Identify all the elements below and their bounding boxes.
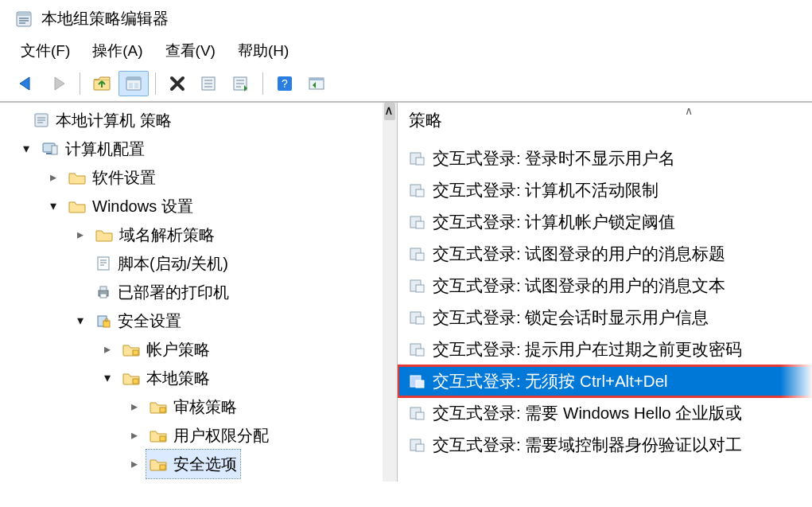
tree-local-policy[interactable]: 本地策略 [0, 364, 397, 392]
tree-security-settings[interactable]: 安全设置 [0, 306, 397, 335]
tree-pane: 本地计算机 策略 计算机配置 [0, 103, 398, 482]
menubar: 文件(F) 操作(A) 查看(V) 帮助(H) [0, 36, 812, 69]
chevron-right-icon[interactable] [100, 335, 115, 364]
policy-setting-icon [409, 405, 425, 421]
policy-item[interactable]: 交互式登录: 登录时不显示用户名 [398, 142, 812, 174]
svg-rect-17 [98, 257, 109, 270]
svg-rect-26 [160, 408, 165, 412]
policy-item[interactable]: 交互式登录: 锁定会话时显示用户信息 [398, 302, 812, 333]
folder-lock-icon [150, 400, 167, 414]
tree-security-options[interactable]: 安全选项 [0, 450, 397, 478]
tree-label: 本地策略 [146, 364, 210, 392]
tree-label: 安全选项 [173, 450, 237, 478]
menu-action[interactable]: 操作(A) [92, 41, 142, 61]
policy-item-label: 交互式登录: 登录时不显示用户名 [433, 147, 675, 170]
toolbar-separator-2 [155, 72, 156, 95]
properties-button[interactable] [118, 71, 149, 96]
help-button[interactable]: ? [270, 71, 300, 96]
back-button[interactable] [11, 71, 41, 96]
policy-item[interactable]: 交互式登录: 计算机不活动限制 [398, 174, 812, 206]
policy-item[interactable]: 交互式登录: 需要 Windows Hello 企业版或 [398, 397, 812, 429]
tree-root-label: 本地计算机 策略 [56, 106, 172, 135]
refresh-button[interactable] [226, 71, 256, 96]
chevron-right-icon[interactable] [127, 421, 142, 450]
tree-label: 软件设置 [92, 163, 156, 192]
tree-printers[interactable]: 已部署的打印机 [0, 278, 397, 306]
tree-label: 安全设置 [118, 306, 181, 335]
folder-up-button[interactable] [87, 71, 117, 96]
tree-windows-settings[interactable]: Windows 设置 [0, 192, 397, 220]
show-pane-button[interactable] [301, 71, 332, 96]
titlebar: 本地组策略编辑器 [0, 0, 812, 36]
policy-item-label: 交互式登录: 试图登录的用户的消息标题 [433, 243, 725, 265]
chevron-down-icon[interactable] [19, 135, 33, 163]
policy-item[interactable]: 交互式登录: 试图登录的用户的消息文本 [398, 270, 812, 302]
svg-rect-40 [416, 317, 424, 324]
folder-lock-icon [150, 457, 167, 471]
policy-item-label: 交互式登录: 需要 Windows Hello 企业版或 [433, 402, 742, 424]
chevron-right-icon[interactable] [46, 163, 60, 192]
policy-item-label: 交互式登录: 提示用户在过期之前更改密码 [433, 338, 742, 361]
export-list-button[interactable] [194, 71, 224, 96]
tree-label: Windows 设置 [92, 192, 193, 220]
tree-root[interactable]: 本地计算机 策略 [0, 106, 397, 135]
tree-computer-config[interactable]: 计算机配置 [0, 135, 397, 163]
chevron-right-icon[interactable] [127, 450, 142, 478]
folder-lock-icon [150, 428, 167, 443]
svg-rect-27 [160, 436, 165, 441]
delete-button[interactable] [162, 71, 192, 96]
chevron-right-icon[interactable] [73, 220, 87, 249]
policy-column-header[interactable]: 策略 [398, 103, 812, 142]
folder-icon [68, 170, 86, 185]
forward-button[interactable] [43, 71, 73, 96]
policy-setting-icon [409, 373, 425, 389]
policy-item[interactable]: 交互式登录: 试图登录的用户的消息标题 [398, 238, 812, 270]
policy-item[interactable]: 交互式登录: 无须按 Ctrl+Alt+Del [398, 365, 812, 397]
toolbar-separator [80, 72, 80, 95]
policy-item-label: 交互式登录: 计算机不活动限制 [433, 179, 659, 201]
chevron-down-icon[interactable] [73, 306, 87, 335]
menu-file[interactable]: 文件(F) [21, 41, 70, 61]
scrollbar[interactable]: ∧ [383, 103, 397, 482]
tree-audit-policy[interactable]: 审核策略 [0, 392, 397, 421]
policy-setting-icon [409, 278, 425, 294]
tree-dns-policy[interactable]: 域名解析策略 [0, 220, 397, 249]
chevron-down-icon[interactable] [100, 364, 115, 392]
svg-rect-34 [416, 221, 424, 228]
scrollbar-thumb[interactable]: ∧ [384, 103, 395, 120]
console-root-icon [33, 112, 49, 128]
tree-account-policy[interactable]: 帐户策略 [0, 335, 397, 364]
folder-lock-icon [122, 371, 140, 385]
tree-user-rights[interactable]: 用户权限分配 [0, 421, 397, 450]
tree-scripts[interactable]: 脚本(启动/关机) [0, 249, 397, 278]
policy-item[interactable]: 交互式登录: 计算机帐户锁定阈值 [398, 206, 812, 238]
chevron-right-icon[interactable] [127, 392, 142, 421]
menu-view[interactable]: 查看(V) [165, 41, 216, 61]
svg-rect-28 [160, 465, 165, 470]
policy-pane: ∧ 策略 交互式登录: 登录时不显示用户名交互式登录: 计算机不活动限制交互式登… [398, 103, 812, 482]
svg-rect-36 [416, 253, 424, 260]
folder-icon [68, 199, 86, 213]
policy-setting-icon [409, 341, 425, 357]
tree-label: 用户权限分配 [173, 421, 269, 450]
policy-setting-icon [409, 214, 425, 230]
tree: 本地计算机 策略 计算机配置 [0, 103, 397, 478]
svg-rect-5 [129, 83, 133, 88]
toolbar-separator-3 [262, 72, 263, 95]
svg-rect-1 [17, 13, 30, 16]
menu-help[interactable]: 帮助(H) [238, 41, 289, 61]
policy-item[interactable]: 交互式登录: 提示用户在过期之前更改密码 [398, 333, 812, 365]
script-icon [95, 255, 111, 271]
tree-label: 帐户策略 [146, 335, 210, 364]
svg-rect-30 [416, 158, 424, 165]
toolbar: ? [0, 69, 812, 102]
svg-rect-6 [134, 83, 138, 88]
tree-label: 审核策略 [173, 392, 237, 421]
policy-item-label: 交互式登录: 锁定会话时显示用户信息 [433, 306, 709, 329]
svg-rect-48 [416, 444, 424, 451]
security-icon [95, 313, 111, 329]
policy-item[interactable]: 交互式登录: 需要域控制器身份验证以对工 [398, 429, 812, 461]
tree-software-settings[interactable]: 软件设置 [0, 163, 397, 192]
policy-item-label: 交互式登录: 无须按 Ctrl+Alt+Del [433, 370, 668, 392]
chevron-down-icon[interactable] [46, 192, 60, 220]
